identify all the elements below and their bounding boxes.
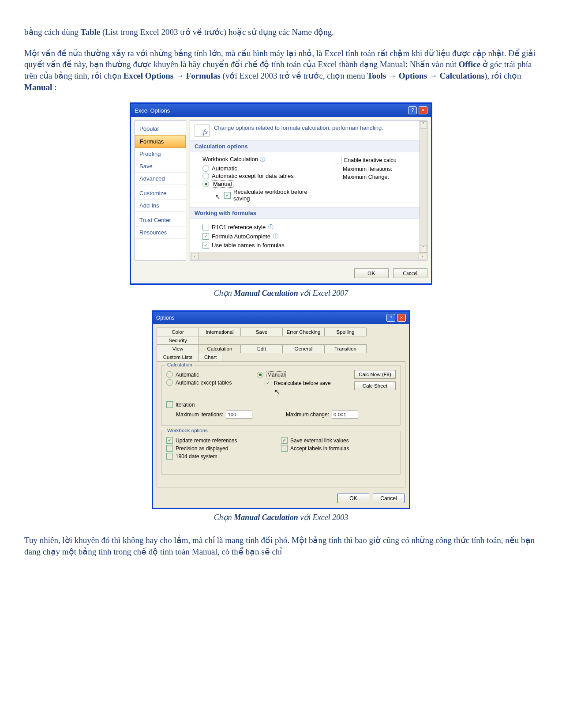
ok-button[interactable]: OK xyxy=(337,494,369,503)
tab-view[interactable]: View xyxy=(157,344,199,353)
radio-manual[interactable] xyxy=(202,181,209,187)
nav-popular[interactable]: Popular xyxy=(135,123,186,135)
vertical-scrollbar[interactable]: ˄ ˅ xyxy=(420,121,427,253)
info-icon[interactable]: ⓘ xyxy=(273,233,278,240)
checkbox-r1c1-label: R1C1 reference style xyxy=(212,224,266,230)
paragraph-3: Tuy nhiên, lời khuyên đó thì không hay c… xyxy=(24,535,538,557)
caption-2007: Chọn Manual Caculation với Excel 2007 xyxy=(24,288,538,298)
checkbox-update-remote[interactable] xyxy=(166,437,173,444)
checkbox-precision[interactable] xyxy=(166,445,173,452)
nav-advanced[interactable]: Advanced xyxy=(135,173,186,185)
workbook-calculation-label: Workbook Calculation xyxy=(202,156,258,162)
radio-manual-label: Manual xyxy=(266,371,286,378)
tab-security[interactable]: Security xyxy=(157,336,199,345)
checkbox-precision-label: Precision as displayed xyxy=(176,445,228,452)
tab-color[interactable]: Color xyxy=(157,328,199,336)
nav-proofing[interactable]: Proofing xyxy=(135,148,186,160)
ok-button[interactable]: OK xyxy=(354,268,389,278)
radio-manual-label: Manual xyxy=(212,180,233,188)
info-icon[interactable]: ⓘ xyxy=(260,156,265,162)
scroll-left-icon[interactable]: ‹ xyxy=(191,253,199,260)
checkbox-iteration[interactable] xyxy=(166,401,173,408)
calc-now-button[interactable]: Calc Now (F9) xyxy=(354,370,396,379)
section-header-text: Change options related to formula calcul… xyxy=(214,124,383,131)
dialog-title: Options xyxy=(156,315,174,321)
tab-international[interactable]: International xyxy=(199,328,241,336)
max-change-input[interactable] xyxy=(332,411,358,419)
checkbox-recalc-label: Recalculate workbook before saving xyxy=(233,189,308,202)
info-icon[interactable]: ⓘ xyxy=(268,223,274,231)
help-button[interactable]: ? xyxy=(386,314,395,322)
section-calculation-options: Calculation options xyxy=(190,140,427,152)
nav-save[interactable]: Save xyxy=(135,160,186,173)
close-button[interactable]: × xyxy=(397,314,406,322)
titlebar: Excel Options ? × xyxy=(131,104,431,117)
radio-automatic-label: Automatic xyxy=(212,165,237,172)
max-change-label: Maximum change: xyxy=(286,411,329,418)
tabs-row-1: Color International Save Error Checking … xyxy=(157,328,405,344)
nav-resources[interactable]: Resources xyxy=(135,226,186,239)
max-iterations-label: Maximum Iterations: xyxy=(343,166,421,172)
tabs-row-2: View Calculation Edit General Transition… xyxy=(157,344,405,361)
checkbox-autocomplete-label: Formula AutoComplete xyxy=(212,233,270,240)
checkbox-save-external-label: Save external link values xyxy=(290,438,349,444)
section-working-with-formulas: Working with formulas xyxy=(190,207,427,219)
radio-auto-except[interactable] xyxy=(166,379,173,386)
scroll-up-icon[interactable]: ˄ xyxy=(420,121,427,129)
titlebar: Options ? × xyxy=(153,312,409,324)
checkbox-save-external[interactable] xyxy=(281,437,288,444)
radio-automatic[interactable] xyxy=(166,371,173,378)
max-iterations-label: Maximum iterations: xyxy=(176,411,223,418)
tab-error-checking[interactable]: Error Checking xyxy=(282,328,325,336)
close-button[interactable]: × xyxy=(419,106,427,114)
group-workbook-options: Workbook options Update remote reference… xyxy=(161,431,401,475)
tab-calculation[interactable]: Calculation xyxy=(199,344,241,353)
formula-icon: fx xyxy=(195,124,210,137)
options-dialog-2003: Options ? × Color International Save Err… xyxy=(152,310,410,509)
checkbox-recalc[interactable] xyxy=(265,380,271,386)
max-iterations-input[interactable] xyxy=(226,411,252,419)
cancel-button[interactable]: Cancel xyxy=(393,268,427,278)
checkbox-iterative-label: Enable iterative calcu xyxy=(344,157,397,163)
checkbox-1904[interactable] xyxy=(166,453,173,460)
cursor-icon: ↖ xyxy=(215,193,221,201)
tab-general[interactable]: General xyxy=(282,344,325,353)
tab-spelling[interactable]: Spelling xyxy=(324,328,367,336)
tab-custom-lists[interactable]: Custom Lists xyxy=(157,353,199,362)
caption-2003: Chọn Manual Caculation với Excel 2003 xyxy=(24,513,538,522)
checkbox-tablenames[interactable] xyxy=(202,242,209,249)
tab-edit[interactable]: Edit xyxy=(240,344,283,353)
scroll-down-icon[interactable]: ˅ xyxy=(420,245,427,253)
tab-transition[interactable]: Transition xyxy=(324,344,367,353)
checkbox-recalc[interactable] xyxy=(224,192,231,199)
nav-customize[interactable]: Customize xyxy=(135,187,186,200)
tab-chart[interactable]: Chart xyxy=(199,353,222,362)
legend-calculation: Calculation xyxy=(165,362,194,367)
max-change-label: Maximum Change: xyxy=(343,174,421,180)
cancel-button[interactable]: Cancel xyxy=(373,494,405,503)
radio-manual[interactable] xyxy=(257,372,263,378)
checkbox-accept-labels[interactable] xyxy=(281,445,288,452)
radio-auto-except-label: Automatic except tables xyxy=(176,380,232,386)
checkbox-iterative[interactable] xyxy=(335,157,341,163)
radio-automatic[interactable] xyxy=(202,165,209,172)
horizontal-scrollbar[interactable]: ‹ › xyxy=(190,253,427,260)
nav-formulas[interactable]: Formulas xyxy=(135,135,186,148)
checkbox-1904-label: 1904 date system xyxy=(176,453,217,460)
checkbox-autocomplete[interactable] xyxy=(202,233,209,240)
calc-sheet-button[interactable]: Calc Sheet xyxy=(354,381,396,390)
scroll-right-icon[interactable]: › xyxy=(419,253,426,260)
checkbox-tablenames-label: Use table names in formulas xyxy=(212,242,285,249)
checkbox-iteration-label: Iteration xyxy=(176,402,195,408)
checkbox-r1c1[interactable] xyxy=(202,224,209,230)
help-button[interactable]: ? xyxy=(408,106,417,114)
tab-save[interactable]: Save xyxy=(240,328,283,336)
nav-trust-center[interactable]: Trust Center xyxy=(135,214,186,226)
legend-workbook: Workbook options xyxy=(165,428,210,433)
paragraph-2: Một vấn đề nữa thường xảy ra với những b… xyxy=(24,48,538,93)
category-nav: Popular Formulas Proofing Save Advanced … xyxy=(135,121,186,260)
nav-addins[interactable]: Add-Ins xyxy=(135,200,186,212)
radio-auto-except[interactable] xyxy=(202,173,209,179)
cursor-icon: ↖ xyxy=(274,388,347,396)
group-calculation: Calculation Automatic Automatic except t… xyxy=(161,365,401,426)
